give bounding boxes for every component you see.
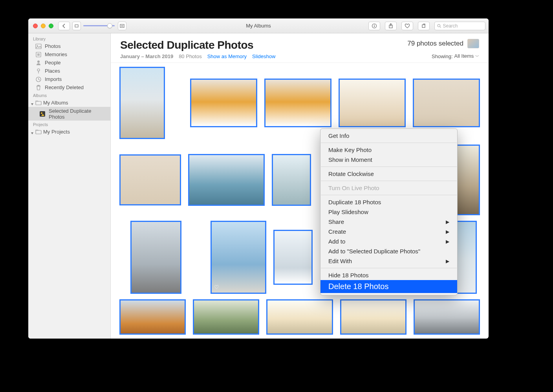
traffic-lights bbox=[33, 24, 53, 28]
sidebar-item-selected-duplicate-photos[interactable]: Selected Duplicate Photos bbox=[28, 107, 110, 121]
menu-item-add-to-album[interactable]: Add to "Selected Duplicate Photos" bbox=[320, 246, 457, 256]
photo-thumbnail[interactable] bbox=[130, 221, 181, 294]
sidebar-item-people[interactable]: People bbox=[28, 59, 110, 67]
photo-thumbnail[interactable] bbox=[272, 154, 311, 206]
sidebar-item-label: Memories bbox=[45, 51, 67, 57]
menu-item-play-slideshow[interactable]: Play Slideshow bbox=[320, 207, 457, 217]
main-subheader: January – March 2019 80 Photos Show as M… bbox=[111, 53, 489, 63]
menu-item-create[interactable]: Create▶ bbox=[320, 227, 457, 236]
showing-filter-button[interactable]: All Items ﹀ bbox=[454, 53, 479, 59]
sidebar-item-imports[interactable]: Imports bbox=[28, 75, 110, 83]
sidebar-item-label: Recently Deleted bbox=[45, 84, 84, 90]
svg-rect-10 bbox=[36, 44, 41, 49]
sidebar-item-memories[interactable]: Memories bbox=[28, 50, 110, 59]
sidebar-item-recently-deleted[interactable]: Recently Deleted bbox=[28, 83, 110, 92]
showing-label: Showing: bbox=[432, 53, 452, 59]
memories-icon bbox=[35, 51, 42, 58]
menu-item-show-in-moment[interactable]: Show in Moment bbox=[320, 155, 457, 165]
key-photo-thumb[interactable] bbox=[467, 39, 479, 48]
search-input[interactable] bbox=[443, 23, 483, 29]
chevron-down-icon: ﹀ bbox=[475, 54, 479, 59]
svg-rect-4 bbox=[374, 26, 374, 27]
sidebar-item-photos[interactable]: Photos bbox=[28, 42, 110, 50]
app-window: My Albums Library Photos Memories bbox=[28, 18, 489, 339]
disclosure-triangle-icon[interactable] bbox=[31, 101, 34, 104]
photo-thumbnail[interactable] bbox=[273, 230, 313, 285]
favorite-button[interactable] bbox=[401, 22, 413, 30]
photo-thumbnail[interactable] bbox=[188, 154, 265, 206]
sidebar-item-my-projects[interactable]: My Projects bbox=[28, 128, 110, 136]
menu-item-duplicate-photos[interactable]: Duplicate 18 Photos bbox=[320, 197, 457, 207]
svg-point-15 bbox=[37, 69, 40, 71]
menu-item-turn-on-live-photo: Turn On Live Photo bbox=[320, 183, 457, 193]
window-minimize-button[interactable] bbox=[41, 24, 46, 28]
search-field[interactable] bbox=[434, 22, 485, 30]
menu-item-add-to[interactable]: Add to▶ bbox=[320, 236, 457, 246]
zoom-out-thumb-icon[interactable] bbox=[72, 22, 81, 30]
submenu-arrow-icon: ▶ bbox=[446, 229, 449, 234]
trash-icon bbox=[35, 84, 42, 91]
folder-icon bbox=[35, 100, 42, 106]
photo-thumbnail[interactable] bbox=[266, 299, 333, 335]
submenu-arrow-icon: ▶ bbox=[446, 219, 449, 225]
sidebar-item-label: Imports bbox=[45, 76, 62, 82]
window-zoom-button[interactable] bbox=[49, 24, 53, 28]
sidebar-item-label: Photos bbox=[45, 43, 60, 49]
slideshow-link[interactable]: Slideshow bbox=[252, 53, 275, 59]
photo-thumbnail[interactable] bbox=[340, 299, 407, 335]
svg-rect-0 bbox=[75, 25, 78, 27]
rotate-button[interactable] bbox=[418, 22, 430, 30]
svg-point-14 bbox=[37, 60, 40, 63]
disclosure-triangle-icon[interactable] bbox=[31, 130, 34, 134]
menu-item-share[interactable]: Share▶ bbox=[320, 217, 457, 227]
photo-thumbnail[interactable] bbox=[413, 79, 480, 127]
places-icon bbox=[35, 68, 42, 74]
photo-count-label: 80 Photos bbox=[179, 53, 202, 59]
back-button[interactable] bbox=[58, 22, 70, 30]
photo-thumbnail[interactable] bbox=[119, 67, 165, 139]
titlebar: My Albums bbox=[28, 18, 489, 33]
submenu-arrow-icon: ▶ bbox=[446, 239, 449, 244]
photo-thumbnail[interactable] bbox=[264, 79, 331, 127]
menu-separator bbox=[321, 167, 457, 167]
svg-point-22 bbox=[41, 112, 42, 114]
sidebar-item-label: Places bbox=[45, 68, 60, 74]
menu-item-make-key-photo[interactable]: Make Key Photo bbox=[320, 145, 457, 155]
menu-item-rotate-clockwise[interactable]: Rotate Clockwise bbox=[320, 169, 457, 179]
svg-rect-13 bbox=[37, 53, 40, 56]
menu-item-hide-photos[interactable]: Hide 18 Photos bbox=[320, 270, 457, 280]
thumbnail-size-slider[interactable] bbox=[83, 25, 115, 26]
photo-thumbnail[interactable] bbox=[414, 299, 480, 335]
window-close-button[interactable] bbox=[33, 24, 38, 28]
photo-thumbnail[interactable] bbox=[119, 154, 181, 205]
show-as-memory-link[interactable]: Show as Memory bbox=[207, 53, 247, 59]
main-header: Selected Duplicate Photos 79 photos sele… bbox=[111, 33, 489, 53]
sidebar-item-places[interactable]: Places bbox=[28, 67, 110, 75]
sidebar-header-albums: Albums bbox=[28, 92, 110, 99]
imports-icon bbox=[35, 76, 42, 82]
share-button[interactable] bbox=[385, 22, 397, 30]
svg-rect-23 bbox=[36, 130, 41, 134]
menu-item-edit-with[interactable]: Edit With▶ bbox=[320, 256, 457, 266]
menu-separator bbox=[321, 181, 457, 181]
photo-thumbnail[interactable]: ♡ bbox=[211, 221, 266, 294]
favorite-heart-icon: ♡ bbox=[214, 284, 219, 290]
sidebar-header-library: Library bbox=[28, 35, 110, 42]
photo-thumbnail[interactable] bbox=[119, 299, 186, 335]
folder-icon bbox=[35, 129, 42, 135]
sidebar-item-my-albums[interactable]: My Albums bbox=[28, 99, 110, 107]
svg-rect-19 bbox=[38, 85, 39, 86]
menu-separator bbox=[321, 195, 457, 195]
photo-thumbnail[interactable] bbox=[339, 79, 406, 127]
photo-thumbnail[interactable] bbox=[193, 299, 259, 335]
album-icon bbox=[39, 111, 46, 117]
info-button[interactable] bbox=[368, 22, 380, 30]
svg-rect-2 bbox=[121, 25, 123, 27]
search-icon bbox=[437, 24, 441, 28]
svg-point-5 bbox=[374, 24, 375, 25]
menu-item-delete-photos[interactable]: Delete 18 Photos bbox=[320, 280, 457, 293]
menu-separator bbox=[321, 268, 457, 268]
menu-item-get-info[interactable]: Get Info bbox=[320, 131, 457, 141]
photo-thumbnail[interactable] bbox=[190, 79, 257, 127]
zoom-in-thumb-icon[interactable] bbox=[118, 22, 126, 30]
